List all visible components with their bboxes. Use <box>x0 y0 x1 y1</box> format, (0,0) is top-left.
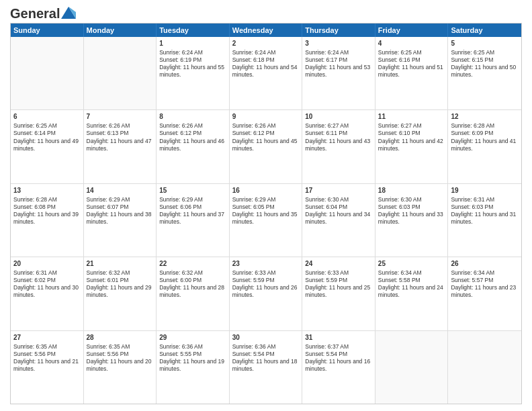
day-number: 10 <box>305 112 372 121</box>
sunset-text: Sunset: 5:56 PM <box>87 351 154 358</box>
day-number: 25 <box>378 259 445 268</box>
page: General SundayMondayTuesdayWednesdayThur… <box>0 0 532 411</box>
sunrise-text: Sunrise: 6:33 AM <box>232 269 300 277</box>
sunrise-text: Sunrise: 6:32 AM <box>159 269 226 277</box>
day-number: 19 <box>451 186 519 195</box>
calendar-body: 1Sunrise: 6:24 AMSunset: 6:19 PMDaylight… <box>11 37 521 404</box>
daylight-text: Daylight: 11 hours and 19 minutes. <box>159 358 226 373</box>
sunset-text: Sunset: 5:54 PM <box>232 351 300 358</box>
cal-cell-9: 9Sunrise: 6:26 AMSunset: 6:12 PMDaylight… <box>230 110 303 183</box>
sunset-text: Sunset: 6:03 PM <box>378 203 445 211</box>
sunset-text: Sunset: 6:05 PM <box>232 203 300 211</box>
daylight-text: Daylight: 11 hours and 23 minutes. <box>451 284 519 299</box>
daylight-text: Daylight: 11 hours and 42 minutes. <box>378 138 445 152</box>
sunrise-text: Sunrise: 6:33 AM <box>305 269 372 277</box>
sunset-text: Sunset: 6:01 PM <box>87 277 154 284</box>
sunrise-text: Sunrise: 6:27 AM <box>378 122 445 130</box>
cal-cell-11: 11Sunrise: 6:27 AMSunset: 6:10 PMDayligh… <box>375 110 449 183</box>
sunrise-text: Sunrise: 6:31 AM <box>451 196 519 203</box>
cal-cell-1: 1Sunrise: 6:24 AMSunset: 6:19 PMDaylight… <box>157 37 230 109</box>
header-day-tuesday: Tuesday <box>157 24 230 37</box>
sunrise-text: Sunrise: 6:35 AM <box>87 343 154 351</box>
sunset-text: Sunset: 6:19 PM <box>159 56 226 64</box>
daylight-text: Daylight: 11 hours and 20 minutes. <box>87 358 154 373</box>
header-day-thursday: Thursday <box>302 24 375 37</box>
sunrise-text: Sunrise: 6:35 AM <box>13 343 81 351</box>
day-number: 13 <box>13 186 81 195</box>
daylight-text: Daylight: 11 hours and 35 minutes. <box>232 211 300 226</box>
header-day-monday: Monday <box>84 24 157 37</box>
cal-cell-28: 28Sunrise: 6:35 AMSunset: 5:56 PMDayligh… <box>84 331 157 404</box>
daylight-text: Daylight: 11 hours and 55 minutes. <box>159 64 226 79</box>
daylight-text: Daylight: 11 hours and 21 minutes. <box>13 358 81 373</box>
daylight-text: Daylight: 11 hours and 41 minutes. <box>451 138 519 152</box>
sunset-text: Sunset: 6:12 PM <box>232 130 300 137</box>
day-number: 20 <box>13 259 81 268</box>
header-day-wednesday: Wednesday <box>230 24 303 37</box>
sunrise-text: Sunrise: 6:26 AM <box>159 122 226 130</box>
sunrise-text: Sunrise: 6:34 AM <box>451 269 519 277</box>
daylight-text: Daylight: 11 hours and 24 minutes. <box>378 284 445 299</box>
day-number: 14 <box>87 186 154 195</box>
sunset-text: Sunset: 5:55 PM <box>159 351 226 358</box>
day-number: 30 <box>232 333 300 342</box>
cal-cell-20: 20Sunrise: 6:31 AMSunset: 6:02 PMDayligh… <box>11 257 84 330</box>
sunset-text: Sunset: 6:09 PM <box>451 130 519 137</box>
daylight-text: Daylight: 11 hours and 45 minutes. <box>232 138 300 152</box>
sunset-text: Sunset: 5:59 PM <box>305 277 372 284</box>
daylight-text: Daylight: 11 hours and 51 minutes. <box>378 64 445 79</box>
header: General <box>10 7 522 19</box>
sunrise-text: Sunrise: 6:36 AM <box>232 343 300 351</box>
day-number: 4 <box>378 39 445 48</box>
cal-cell-15: 15Sunrise: 6:29 AMSunset: 6:06 PMDayligh… <box>157 184 230 257</box>
sunset-text: Sunset: 6:10 PM <box>378 130 445 137</box>
daylight-text: Daylight: 11 hours and 38 minutes. <box>87 211 154 226</box>
sunset-text: Sunset: 6:03 PM <box>451 203 519 211</box>
header-day-saturday: Saturday <box>448 24 521 37</box>
sunset-text: Sunset: 5:54 PM <box>305 351 372 358</box>
sunset-text: Sunset: 6:16 PM <box>378 56 445 64</box>
sunrise-text: Sunrise: 6:31 AM <box>13 269 81 277</box>
day-number: 15 <box>159 186 226 195</box>
cal-cell-4: 4Sunrise: 6:25 AMSunset: 6:16 PMDaylight… <box>375 37 449 109</box>
day-number: 12 <box>451 112 519 121</box>
sunrise-text: Sunrise: 6:24 AM <box>232 49 300 56</box>
calendar-header: SundayMondayTuesdayWednesdayThursdayFrid… <box>11 24 521 37</box>
cal-cell-19: 19Sunrise: 6:31 AMSunset: 6:03 PMDayligh… <box>448 184 521 257</box>
day-number: 21 <box>87 259 154 268</box>
daylight-text: Daylight: 11 hours and 30 minutes. <box>13 284 81 299</box>
cal-cell-3: 3Sunrise: 6:24 AMSunset: 6:17 PMDaylight… <box>302 37 375 109</box>
sunset-text: Sunset: 6:00 PM <box>159 277 226 284</box>
header-day-friday: Friday <box>375 24 449 37</box>
cal-cell-empty-0-0 <box>11 37 84 109</box>
day-number: 7 <box>87 112 154 121</box>
week-row-2: 6Sunrise: 6:25 AMSunset: 6:14 PMDaylight… <box>11 109 521 183</box>
sunrise-text: Sunrise: 6:36 AM <box>159 343 226 351</box>
sunrise-text: Sunrise: 6:28 AM <box>451 122 519 130</box>
cal-cell-14: 14Sunrise: 6:29 AMSunset: 6:07 PMDayligh… <box>84 184 157 257</box>
sunset-text: Sunset: 6:06 PM <box>159 203 226 211</box>
logo-general: General <box>10 7 60 20</box>
day-number: 26 <box>451 259 519 268</box>
sunset-text: Sunset: 6:15 PM <box>451 56 519 64</box>
sunrise-text: Sunrise: 6:26 AM <box>87 122 154 130</box>
cal-cell-25: 25Sunrise: 6:34 AMSunset: 5:58 PMDayligh… <box>375 257 449 330</box>
sunrise-text: Sunrise: 6:26 AM <box>232 122 300 130</box>
sunset-text: Sunset: 5:57 PM <box>451 277 519 284</box>
sunrise-text: Sunrise: 6:34 AM <box>378 269 445 277</box>
daylight-text: Daylight: 11 hours and 37 minutes. <box>159 211 226 226</box>
sunset-text: Sunset: 6:02 PM <box>13 277 81 284</box>
cal-cell-13: 13Sunrise: 6:28 AMSunset: 6:08 PMDayligh… <box>11 184 84 257</box>
sunset-text: Sunset: 6:18 PM <box>232 56 300 64</box>
daylight-text: Daylight: 11 hours and 16 minutes. <box>305 358 372 373</box>
day-number: 31 <box>305 333 372 342</box>
day-number: 1 <box>159 39 226 48</box>
cal-cell-7: 7Sunrise: 6:26 AMSunset: 6:13 PMDaylight… <box>84 110 157 183</box>
daylight-text: Daylight: 11 hours and 47 minutes. <box>87 138 154 152</box>
sunrise-text: Sunrise: 6:24 AM <box>159 49 226 56</box>
cal-cell-empty-4-5 <box>375 331 449 404</box>
daylight-text: Daylight: 11 hours and 28 minutes. <box>159 284 226 299</box>
day-number: 3 <box>305 39 372 48</box>
sunrise-text: Sunrise: 6:37 AM <box>305 343 372 351</box>
cal-cell-22: 22Sunrise: 6:32 AMSunset: 6:00 PMDayligh… <box>157 257 230 330</box>
